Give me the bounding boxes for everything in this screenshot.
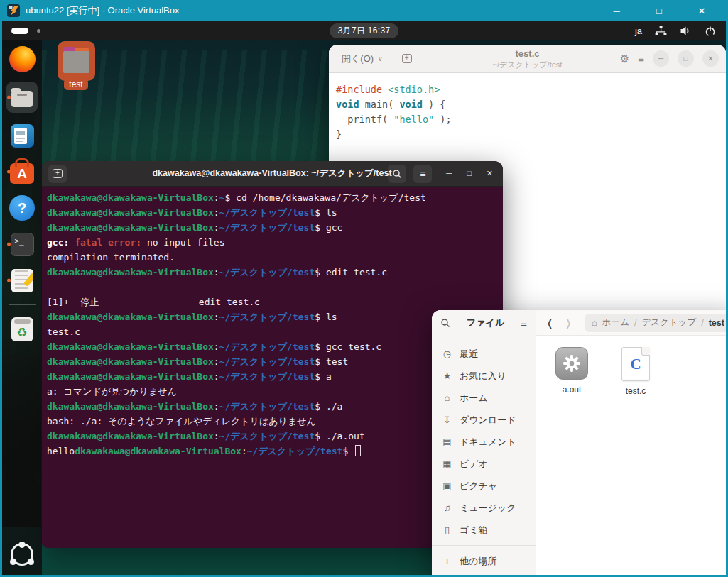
dock-item-ubuntu-software[interactable]: A [6,158,38,185]
search-icon [392,169,402,179]
workspace-pill-indicator[interactable] [11,28,28,34]
editor-close-button[interactable]: ✕ [702,50,719,67]
files-menu-icon[interactable]: ≡ [521,317,527,329]
code-line: } [336,127,719,142]
other-locations-icon: + [442,556,452,566]
terminal-line: bash: ./a: そのようなファイルやディレクトリはありません [47,414,497,429]
dock-separator [9,304,36,305]
sidebar-item-videos[interactable]: ▦ビデオ [432,453,536,475]
settings-gear-icon[interactable]: ⚙ [620,53,629,65]
vm-screen: 3月7日 16:37 ja A?>_♻ [2,21,726,575]
terminal-title: dkawakawa@dkawakawa-VirtualBox: ~/デスクトップ… [152,167,391,180]
code-line: printf( "hello" ); [336,112,719,127]
forward-button[interactable]: ❭ [560,317,576,329]
virtualbox-logo-icon [7,4,20,17]
terminal-minimize-button[interactable]: ─ [446,169,452,178]
terminal-line: a: コマンドが見つかりません [47,384,497,399]
dock-item-files[interactable] [6,82,38,113]
editor-minimize-button[interactable]: ─ [653,50,669,67]
dock-item-terminal[interactable]: >_ [6,231,38,258]
window-close-button[interactable]: ✕ [692,6,711,16]
firefox-icon [9,46,36,72]
editor-maximize-button[interactable]: □ [678,50,694,67]
clock[interactable]: 3月7日 16:37 [330,23,399,38]
virtualbox-window: ubuntu22 [実行中] - Oracle VirtualBox ─ □ ✕… [0,0,728,577]
editor-headerbar: 開く(O) ∨ + test.c ~/デスクトップ/test ⚙ ≡ ─ □ ✕ [329,45,726,73]
system-tray[interactable]: ja [635,26,726,37]
sidebar-item-home[interactable]: ⌂ホーム [432,387,536,409]
breadcrumb-separator: / [701,318,703,328]
editor-code[interactable]: #include <stdio.h>void main( void ) { pr… [329,73,726,151]
input-method-indicator[interactable]: ja [635,26,642,36]
new-document-button[interactable]: + [398,50,415,67]
terminal-app-icon: >_ [11,233,34,256]
terminal-line: dkawakawa@dkawakawa-VirtualBox:~/デスクトップ/… [47,339,497,354]
window-maximize-button[interactable]: □ [650,6,668,16]
terminal-line: dkawakawa@dkawakawa-VirtualBox:~/デスクトップ/… [47,354,497,369]
sidebar-item-label: ホーム [460,392,488,405]
dock-item-help[interactable]: ? [6,194,38,221]
dock-item-show-apps[interactable] [6,541,38,568]
help-icon: ? [9,195,35,221]
trash-icon: ▯ [442,524,452,535]
editor-title-box: test.c ~/デスクトップ/test [493,48,563,70]
breadcrumb[interactable]: ⌂ホーム/デスクトップ/test [585,314,726,332]
open-button[interactable]: 開く(O) ∨ [336,49,389,69]
desktop-folder-test[interactable]: test [55,41,97,90]
breadcrumb-segment[interactable]: デスクトップ [641,317,696,329]
terminal-line: dkawakawa@dkawakawa-VirtualBox:~/デスクトップ/… [47,369,497,384]
running-indicator-dot [7,96,11,99]
dock-item-firefox[interactable] [6,45,38,72]
sidebar-item-label: 最近 [460,348,478,361]
workspace-dot-indicator[interactable] [37,29,40,33]
files-app-label: ファイル [457,317,514,329]
text-editor-icon [11,269,33,292]
breadcrumb-segment[interactable]: test [709,318,724,328]
sidebar-item-label: お気に入り [460,370,506,383]
sidebar-item-pictures[interactable]: ▣ピクチャ [432,475,536,497]
terminal-line: dkawakawa@dkawakawa-VirtualBox:~/デスクトップ/… [47,205,497,220]
downloads-icon: ↧ [442,414,452,425]
dock-item-libreoffice-writer[interactable] [6,122,38,149]
running-indicator-dot [7,279,11,282]
sidebar-item-label: ゴミ箱 [460,524,488,537]
sidebar-item-trash[interactable]: ▯ゴミ箱 [432,519,536,541]
folder-icon [58,41,95,81]
files-window: ファイル ≡ ◷最近★お気に入り⌂ホーム↧ダウンロード▤ドキュメント▦ビデオ▣ピ… [432,310,726,575]
terminal-new-tab-button[interactable]: + [48,165,67,183]
window-minimize-button[interactable]: ─ [607,6,626,16]
sidebar-item-other-locations[interactable]: +他の場所 [432,550,536,572]
search-icon[interactable] [440,318,450,328]
terminal-line [47,280,497,295]
starred-icon: ★ [442,370,452,381]
documents-icon: ▤ [442,436,452,447]
music-icon: ♫ [442,502,452,513]
terminal-line: [1]+ 停止 edit test.c [47,295,497,309]
dock-item-trash[interactable]: ♻ [6,316,38,343]
breadcrumb-home[interactable]: ホーム [602,317,629,329]
recent-icon: ◷ [442,348,452,359]
sidebar-item-label: ミュージック [460,502,516,515]
ubuntu-software-icon: A [10,163,34,184]
dock-item-text-editor[interactable] [6,267,38,294]
file-item-a-out[interactable]: a.out [549,347,594,396]
terminal-maximize-button[interactable]: □ [467,169,472,178]
editor-title: test.c [493,48,563,58]
sidebar-item-label: ピクチャ [460,480,497,493]
sidebar-item-documents[interactable]: ▤ドキュメント [432,431,536,453]
sidebar-item-music[interactable]: ♫ミュージック [432,497,536,519]
terminal-line: test.c [47,324,497,339]
terminal-close-button[interactable]: ✕ [487,169,493,178]
terminal-line: dkawakawa@dkawakawa-VirtualBox:~/デスクトップ/… [47,265,497,280]
files-grid: a.outCtest.c [536,336,726,396]
power-icon [705,26,716,37]
sidebar-item-label: ビデオ [460,458,488,471]
sidebar-item-recent[interactable]: ◷最近 [432,343,536,365]
menu-icon[interactable]: ≡ [638,53,644,65]
files-main: ❬ ❭ ⌂ホーム/デスクトップ/test a.outCtest.c [536,310,726,575]
sidebar-item-starred[interactable]: ★お気に入り [432,365,536,387]
sidebar-item-downloads[interactable]: ↧ダウンロード [432,409,536,431]
back-button[interactable]: ❬ [542,317,558,329]
terminal-menu-button[interactable]: ≡ [413,165,432,183]
file-item-test-c[interactable]: Ctest.c [613,347,658,396]
